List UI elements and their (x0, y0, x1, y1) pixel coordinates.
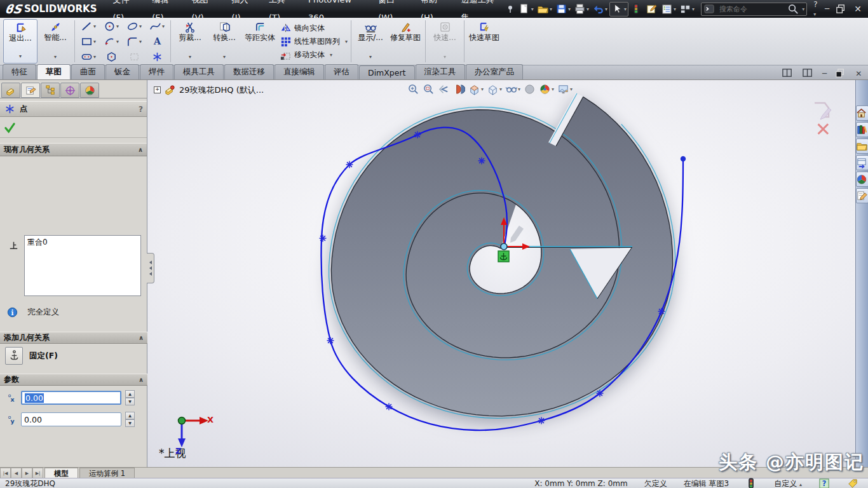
appearances-tab-button[interactable] (856, 172, 868, 187)
command-tab[interactable]: 钣金 (105, 64, 139, 79)
command-tab[interactable]: 渲染工具 (416, 64, 465, 79)
tab-scroll-next-button[interactable]: ▶ (22, 468, 32, 478)
line-tool[interactable]: ▾ (77, 18, 100, 34)
view-orientation-button[interactable]: ▾ (468, 83, 484, 96)
model-canvas[interactable] (147, 80, 855, 467)
hide-show-items-button[interactable]: ▾ (505, 83, 521, 96)
doc-minimize-button[interactable]: ─ (822, 69, 827, 78)
y-coordinate-field[interactable]: 0.00 (21, 412, 121, 426)
search-dropdown-caret[interactable]: ▾ (802, 6, 804, 12)
tag-icon[interactable] (847, 478, 859, 488)
ellipse-tool[interactable]: ▾ (123, 18, 146, 34)
help-button[interactable]: ? ▾ (813, 0, 818, 18)
arc-tool[interactable]: ▾ (100, 34, 123, 49)
tab-scroll-prev-button[interactable]: ◀ (11, 468, 22, 478)
select-tool-button[interactable]: ▾ (609, 2, 628, 17)
spline-tool[interactable]: ▾ (146, 18, 168, 34)
linear-pattern-button[interactable]: 线性草图阵列▾ (280, 36, 348, 48)
feature-manager-tab[interactable] (1, 83, 20, 98)
resources-tab-button[interactable] (856, 122, 868, 137)
minimize-button[interactable]: ─ (825, 4, 829, 13)
pane-right-icon[interactable] (802, 67, 814, 79)
display-relations-button[interactable]: 显示/...▾ (354, 19, 387, 64)
command-tab[interactable]: 数据迁移 (224, 64, 274, 79)
slot-tool[interactable]: ▾ (77, 49, 100, 64)
fillet-tool[interactable]: ▾ (123, 34, 146, 49)
save-button[interactable]: ▾ (554, 3, 572, 16)
confirmation-corner-cancel[interactable]: ✕ (815, 118, 831, 140)
ok-check-icon[interactable] (4, 121, 16, 133)
open-button[interactable]: ▾ (536, 3, 553, 16)
zoom-area-button[interactable] (422, 83, 435, 96)
quick-sketch-button[interactable]: 快速草图 (466, 19, 502, 64)
command-tab[interactable]: DimXpert (359, 65, 415, 79)
feature-tree-root[interactable]: + 29玫瑰花DHQ (默认... (154, 84, 264, 96)
trim-entities-button[interactable]: 剪裁...▾ (173, 19, 207, 64)
search-input[interactable] (718, 4, 785, 13)
command-tab[interactable]: 评估 (325, 64, 358, 79)
polygon-tool[interactable] (100, 49, 123, 64)
print-button[interactable]: ▾ (573, 3, 590, 16)
undo-button[interactable]: ▾ (591, 3, 609, 16)
x-spinner[interactable]: ▲▼ (125, 390, 135, 405)
parameters-header[interactable]: 参数∧ (0, 374, 147, 386)
edit-appearance-button[interactable]: ▾ (538, 83, 555, 96)
tab-scroll-last-button[interactable]: ▶| (32, 468, 43, 478)
text-tool[interactable]: A (146, 34, 168, 49)
add-relations-header[interactable]: 添加几何关系∧ (0, 332, 147, 344)
dimxpert-manager-tab[interactable] (60, 83, 79, 98)
pin-icon[interactable] (506, 4, 515, 13)
design-library-tab-button[interactable] (856, 139, 868, 154)
configuration-manager-tab[interactable] (41, 83, 60, 98)
close-button[interactable]: ✕ (854, 4, 862, 14)
rebuild-button[interactable] (629, 3, 644, 16)
move-entities-button[interactable]: 移动实体▾ (280, 49, 348, 61)
existing-relations-header[interactable]: 现有几何关系∧ (0, 143, 147, 156)
repair-sketch-button[interactable]: 修复草图 (388, 19, 423, 64)
section-view-button[interactable] (452, 83, 466, 96)
apply-scene-button[interactable]: ▾ (557, 83, 573, 96)
exit-sketch-button[interactable]: 退出...▾ (3, 19, 37, 64)
home-tab-button[interactable] (856, 105, 868, 121)
convert-entities-button[interactable]: 转换...▾ (208, 19, 241, 64)
command-tab[interactable]: 办公室产品 (466, 64, 524, 79)
search-icon[interactable] (787, 3, 799, 15)
tree-expand-icon[interactable]: + (154, 86, 161, 93)
y-spinner[interactable]: ▲▼ (125, 412, 135, 427)
pm-help-button[interactable]: ? (139, 105, 143, 114)
status-unit-system[interactable]: 自定义 ▴ (774, 478, 802, 488)
file-explorer-tab-button[interactable] (856, 155, 868, 170)
property-manager-tab[interactable] (21, 83, 40, 98)
options-button[interactable]: ▾ (660, 3, 677, 16)
command-tab[interactable]: 模具工具 (174, 64, 224, 79)
offset-entities-button[interactable]: 等距实体 (241, 19, 278, 64)
mirror-entities-button[interactable]: 镜向实体 (280, 22, 348, 34)
toolbar-overflow-button[interactable]: ▾ (678, 3, 696, 16)
model-tab[interactable]: 运动算例 1 (79, 468, 135, 478)
graphics-viewport[interactable]: + 29玫瑰花DHQ (默认... ▾ ▾ ▾ ▾ ▾ ✕ *上视 X Z (147, 80, 855, 467)
appearance-button[interactable] (523, 83, 536, 96)
point-tool[interactable] (146, 49, 168, 64)
edit-appearance-note-button[interactable] (644, 3, 659, 16)
rectangle-tool[interactable]: ▾ (77, 34, 100, 49)
quick-tips-icon[interactable]: ? (818, 478, 831, 488)
model-tab[interactable]: 模型 (44, 468, 78, 478)
new-document-button[interactable]: ▾ (517, 3, 535, 16)
command-tab[interactable]: 特征 (3, 64, 36, 79)
zoom-fit-button[interactable] (407, 83, 420, 96)
display-manager-tab[interactable] (80, 83, 99, 98)
custom-properties-tab-button[interactable] (856, 188, 868, 203)
tab-scroll-first-button[interactable]: |◀ (0, 468, 11, 478)
pane-left-icon[interactable] (782, 67, 794, 79)
command-tab[interactable]: 焊件 (140, 64, 173, 79)
circle-tool[interactable]: ▾ (100, 18, 123, 34)
fix-relation-button[interactable] (5, 347, 23, 365)
smart-dimension-button[interactable]: 智能...▾ (39, 19, 72, 64)
doc-restore-button[interactable] (835, 67, 847, 79)
relation-item[interactable]: 重合0 (27, 237, 138, 248)
panel-splitter-tab[interactable] (147, 253, 154, 283)
restore-button[interactable] (836, 3, 848, 15)
previous-view-button[interactable] (437, 83, 451, 96)
display-style-button[interactable]: ▾ (486, 83, 503, 96)
command-tab[interactable]: 草图 (37, 64, 71, 79)
